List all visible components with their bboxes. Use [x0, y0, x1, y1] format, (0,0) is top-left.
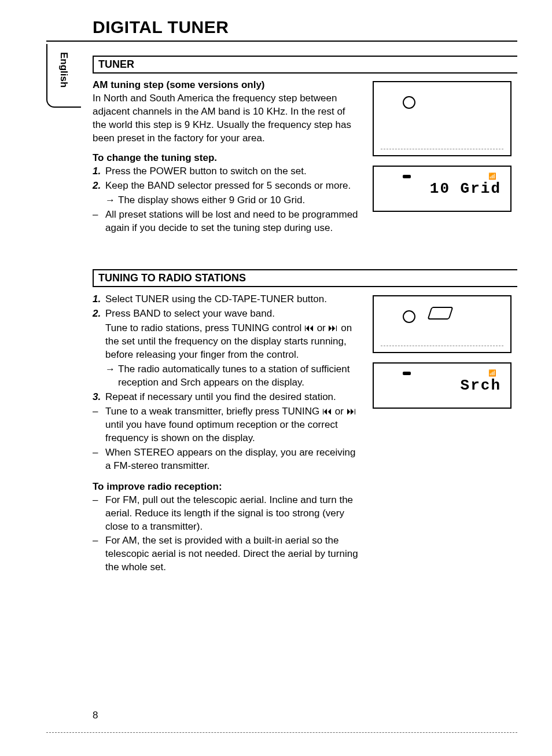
arrow-icon: → [105, 363, 118, 390]
footer-rule [46, 732, 517, 733]
step-text: Repeat if necessary until you find the d… [105, 391, 359, 404]
note-text: All preset stations will be lost and nee… [105, 208, 359, 235]
result-text: The display shows either 9 Grid or 10 Gr… [118, 194, 359, 207]
device-detail-lines [381, 149, 503, 149]
page-title: DIGITAL TUNER [93, 17, 517, 37]
step-number: 1. [93, 165, 105, 178]
device-figure-2 [373, 295, 511, 353]
step-item: 1. Select TUNER using the CD-TAPE-TUNER … [93, 293, 359, 306]
result-arrow-line: → The display shows either 9 Grid or 10 … [105, 194, 359, 207]
device-figure-1 [373, 81, 511, 156]
section-header-tuner: TUNER [93, 56, 517, 74]
note-item: – For FM, pull out the telescopic aerial… [93, 494, 359, 534]
step-text: Press the POWER button to switch on the … [105, 165, 359, 178]
result-text: The radio automatically tunes to a stati… [118, 363, 359, 390]
signal-icon: 📶 [488, 173, 496, 180]
indicator-icon [403, 175, 411, 178]
note-item: – For AM, the set is provided with a bui… [93, 534, 359, 574]
step-number: 2. [93, 179, 105, 193]
step-item: 2. Keep the BAND selector pressed for 5 … [93, 179, 359, 193]
step-item: 2. Press BAND to select your wave band. [93, 307, 359, 321]
handle-icon [427, 307, 453, 320]
device-detail-lines [381, 346, 503, 346]
step-continuation: Tune to radio stations, press TUNING con… [93, 322, 359, 362]
arrow-icon: → [105, 194, 118, 207]
lcd-text-2: Srch [461, 377, 501, 394]
dash-marker: – [93, 534, 105, 574]
lcd-display-1: 📶 10 Grid [373, 166, 511, 212]
note-text: For FM, pull out the telescopic aerial. … [105, 494, 359, 534]
lcd-text-1: 10 Grid [430, 180, 501, 197]
note-text: Tune to a weak transmitter, briefly pres… [105, 405, 359, 445]
step-number: 3. [93, 391, 105, 404]
step-number: 1. [93, 293, 105, 306]
body-am-tuning: In North and South America the frequency… [93, 92, 359, 145]
step-number: 2. [93, 307, 105, 321]
lcd-display-2: 📶 Srch [373, 362, 511, 409]
subheading-improve-reception: To improve radio reception: [93, 481, 517, 493]
blank-marker [93, 322, 105, 362]
indicator-icon [403, 372, 411, 375]
dash-marker: – [93, 208, 105, 235]
dash-marker: – [93, 405, 105, 445]
step-item: 3. Repeat if necessary until you find th… [93, 391, 359, 404]
note-item: – When STEREO appears on the display, yo… [93, 446, 359, 473]
step-item: 1. Press the POWER button to switch on t… [93, 165, 359, 178]
step-text: Keep the BAND selector pressed for 5 sec… [105, 179, 359, 193]
note-item: – Tune to a weak transmitter, briefly pr… [93, 405, 359, 445]
step-text: Press BAND to select your wave band. [105, 307, 359, 321]
section-header-tuning-stations: TUNING TO RADIO STATIONS [93, 269, 517, 287]
note-item: – All preset stations will be lost and n… [93, 208, 359, 235]
title-rule [46, 41, 517, 42]
dash-marker: – [93, 494, 105, 534]
page-number: 8 [93, 710, 98, 721]
step-text: Tune to radio stations, press TUNING con… [105, 322, 359, 362]
knob-icon [403, 310, 415, 323]
result-arrow-line: → The radio automatically tunes to a sta… [105, 363, 359, 390]
note-text: For AM, the set is provided with a built… [105, 534, 359, 574]
signal-icon: 📶 [488, 369, 496, 377]
language-tab: English [58, 52, 69, 87]
dash-marker: – [93, 446, 105, 473]
knob-icon [403, 96, 415, 109]
note-text: When STEREO appears on the display, you … [105, 446, 359, 473]
step-text: Select TUNER using the CD-TAPE-TUNER but… [105, 293, 359, 306]
